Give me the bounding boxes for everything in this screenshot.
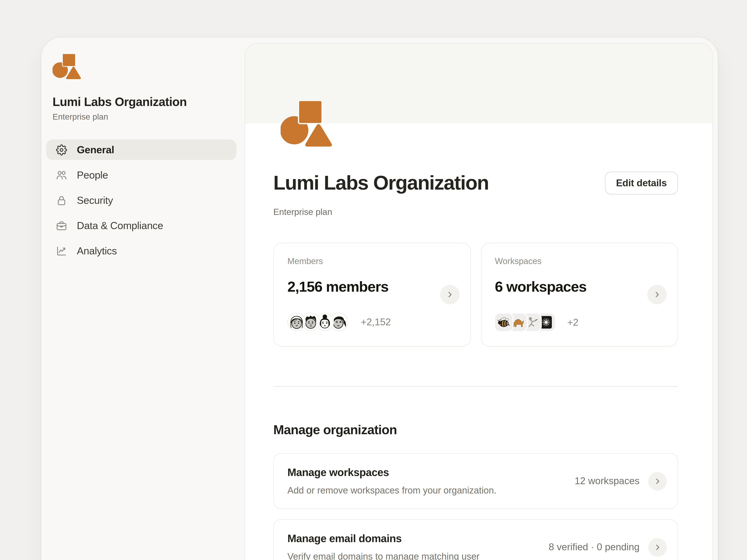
chevron-right-icon — [445, 290, 454, 299]
sidebar-item-label: Analytics — [77, 245, 117, 257]
sidebar-item-data-compliance[interactable]: Data & Compliance — [46, 215, 236, 236]
sidebar-item-label: People — [77, 169, 108, 181]
stats-row: Members 2,156 members — [273, 243, 678, 347]
sidebar-item-label: Data & Compliance — [77, 220, 163, 231]
sidebar-item-label: General — [77, 144, 114, 156]
page: Lumi Labs Organization Enterprise plan G… — [0, 0, 747, 560]
row-title: Manage workspaces — [287, 466, 497, 479]
org-logo — [53, 54, 83, 79]
manage-section-heading: Manage organization — [273, 423, 678, 438]
manage-workspaces-chevron-button[interactable] — [648, 472, 667, 490]
org-name: Lumi Labs Organization — [53, 95, 236, 109]
sidebar-item-analytics[interactable]: Analytics — [46, 241, 236, 261]
manage-email-domains-row[interactable]: Manage email domains Verify email domain… — [273, 519, 678, 560]
chart-icon — [56, 245, 67, 257]
workspaces-value: 6 workspaces — [495, 278, 664, 295]
members-overflow-count: +2,152 — [361, 316, 391, 327]
sidebar-item-people[interactable]: People — [46, 165, 236, 185]
sidebar: Lumi Labs Organization Enterprise plan G… — [42, 37, 245, 266]
workspaces-label: Workspaces — [495, 256, 664, 267]
page-title: Lumi Labs Organization — [273, 172, 489, 195]
manage-workspaces-text: Manage workspaces Add or remove workspac… — [287, 466, 497, 496]
manage-workspaces-row[interactable]: Manage workspaces Add or remove workspac… — [273, 453, 678, 509]
members-value: 2,156 members — [287, 278, 457, 295]
manage-email-domains-meta: 8 verified · 0 pending — [549, 538, 667, 556]
members-chevron-button[interactable] — [440, 285, 459, 304]
chevron-right-icon — [653, 290, 662, 299]
edit-details-button[interactable]: Edit details — [605, 172, 678, 195]
members-card[interactable]: Members 2,156 members — [273, 243, 470, 347]
app-window: Lumi Labs Organization Enterprise plan G… — [41, 37, 718, 560]
briefcase-icon — [56, 220, 67, 231]
row-value: 8 verified · 0 pending — [549, 541, 640, 553]
manage-email-domains-text: Manage email domains Verify email domain… — [287, 532, 480, 560]
workspaces-overflow-count: +2 — [567, 317, 578, 328]
org-plan: Enterprise plan — [53, 112, 236, 122]
manage-workspaces-meta: 12 workspaces — [575, 472, 667, 490]
row-description: Verify email domains to manage matching … — [287, 551, 480, 560]
main-panel: Lumi Labs Organization Edit details Ente… — [245, 43, 713, 560]
row-description: Add or remove workspaces from your organ… — [287, 485, 497, 496]
plan-subtitle: Enterprise plan — [273, 207, 678, 217]
workspaces-card[interactable]: Workspaces 6 workspaces — [481, 243, 678, 347]
members-label: Members — [287, 256, 457, 267]
bee-icon — [495, 314, 512, 331]
section-divider — [273, 386, 678, 387]
org-logo-large — [281, 101, 335, 147]
workspaces-chevron-button[interactable] — [647, 285, 667, 304]
row-title: Manage email domains — [287, 532, 480, 545]
sidebar-item-security[interactable]: Security — [46, 190, 236, 211]
avatar-woman-light-hair — [287, 313, 306, 331]
people-icon — [56, 169, 67, 181]
gear-icon — [56, 144, 67, 155]
lock-icon — [56, 195, 67, 206]
sidebar-nav: General People — [46, 140, 236, 261]
sidebar-item-label: Security — [77, 194, 113, 206]
manage-email-domains-chevron-button[interactable] — [648, 538, 667, 556]
row-value: 12 workspaces — [575, 475, 640, 487]
sidebar-item-general[interactable]: General — [46, 140, 236, 160]
